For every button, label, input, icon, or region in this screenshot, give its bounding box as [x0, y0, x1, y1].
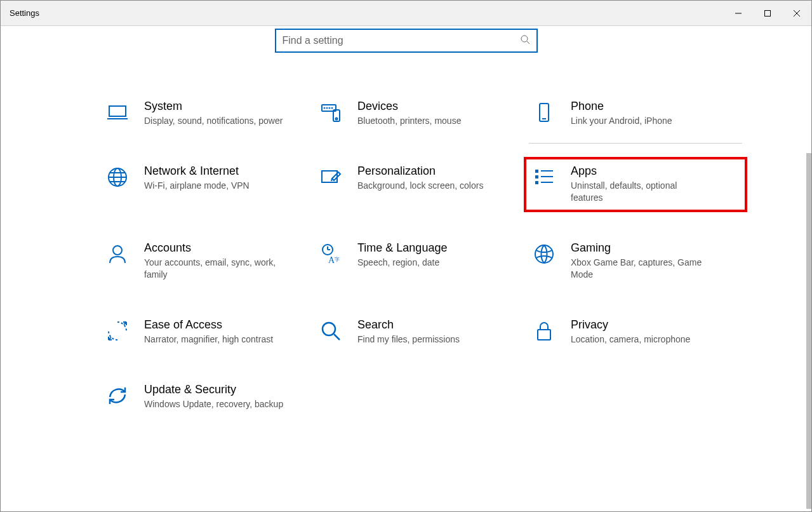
- apps-icon: [531, 165, 557, 190]
- svg-rect-6: [109, 106, 126, 116]
- personalization-icon: [318, 165, 343, 190]
- svg-point-30: [113, 246, 122, 255]
- tile-desc: Location, camera, microphone: [571, 333, 690, 346]
- privacy-icon: [531, 318, 557, 344]
- tile-update[interactable]: Update & Security Windows Update, recove…: [102, 381, 316, 414]
- tile-desc: Windows Update, recovery, backup: [144, 398, 283, 411]
- svg-text:字: 字: [335, 257, 340, 262]
- tile-title: System: [144, 100, 283, 113]
- tile-gaming[interactable]: Gaming Xbox Game Bar, captures, Game Mod…: [529, 239, 742, 284]
- search-wrap: [1, 29, 811, 53]
- svg-point-11: [329, 108, 330, 109]
- search-input[interactable]: [283, 35, 530, 46]
- tile-title: Network & Internet: [144, 165, 250, 178]
- tile-title: Personalization: [357, 165, 483, 178]
- scrollbar[interactable]: [806, 153, 811, 509]
- content-area: System Display, sound, notifications, po…: [1, 26, 811, 511]
- tile-title: Ease of Access: [144, 318, 273, 332]
- tile-title: Gaming: [571, 241, 710, 255]
- tile-privacy[interactable]: Privacy Location, camera, microphone: [529, 316, 742, 349]
- tile-desc: Narrator, magnifier, high contrast: [144, 333, 273, 346]
- tile-desc: Wi-Fi, airplane mode, VPN: [144, 180, 250, 192]
- tile-apps[interactable]: Apps Uninstall, defaults, optional featu…: [529, 162, 742, 207]
- titlebar: Settings: [1, 1, 811, 26]
- tile-title: Update & Security: [144, 383, 283, 396]
- tile-desc: Xbox Game Bar, captures, Game Mode: [571, 257, 710, 281]
- gaming-icon: [531, 241, 557, 267]
- network-icon: [105, 165, 130, 190]
- tile-desc: Uninstall, defaults, optional features: [571, 180, 710, 205]
- tile-desc: Speech, region, date: [357, 257, 447, 269]
- tile-desc: Your accounts, email, sync, work, family: [144, 257, 284, 281]
- svg-line-23: [331, 179, 332, 181]
- search-tile-icon: [318, 318, 343, 344]
- minimize-button[interactable]: [724, 1, 753, 25]
- tile-desc: Bluetooth, printers, mouse: [357, 115, 461, 128]
- tile-title: Time & Language: [357, 241, 447, 255]
- update-icon: [105, 383, 130, 408]
- tile-title: Devices: [357, 100, 461, 113]
- svg-rect-25: [535, 175, 538, 179]
- tile-time[interactable]: A字 Time & Language Speech, region, date: [316, 239, 529, 272]
- tile-title: Accounts: [144, 241, 284, 255]
- tile-title: Phone: [571, 100, 672, 113]
- tile-personalization[interactable]: Personalization Background, lock screen,…: [316, 162, 529, 195]
- window-controls: [724, 1, 811, 25]
- tile-title: Apps: [571, 165, 710, 178]
- search-box[interactable]: [275, 29, 538, 53]
- svg-rect-1: [765, 10, 771, 16]
- svg-point-14: [336, 118, 338, 120]
- phone-icon: [531, 100, 557, 125]
- tile-title: Privacy: [571, 318, 690, 332]
- close-button[interactable]: [782, 1, 811, 25]
- tile-ease[interactable]: Ease of Access Narrator, magnifier, high…: [102, 316, 316, 349]
- tile-accounts[interactable]: Accounts Your accounts, email, sync, wor…: [102, 239, 316, 284]
- tile-search[interactable]: Search Find my files, permissions: [316, 316, 529, 349]
- window-title: Settings: [10, 8, 39, 18]
- svg-rect-24: [535, 170, 538, 173]
- svg-line-5: [527, 41, 529, 44]
- svg-point-36: [535, 245, 553, 263]
- devices-icon: [318, 100, 343, 125]
- svg-line-38: [334, 334, 340, 340]
- tile-phone[interactable]: Phone Link your Android, iPhone: [529, 97, 742, 130]
- tile-desc: Display, sound, notifications, power: [144, 115, 283, 128]
- svg-point-4: [521, 36, 528, 42]
- maximize-button[interactable]: [753, 1, 782, 25]
- time-icon: A字: [318, 241, 343, 267]
- search-icon: [520, 34, 530, 47]
- tile-desc: Link your Android, iPhone: [571, 115, 672, 128]
- svg-point-12: [332, 108, 333, 109]
- system-icon: [105, 100, 130, 125]
- tile-desc: Background, lock screen, colors: [357, 180, 483, 192]
- ease-icon: [105, 318, 130, 344]
- settings-grid: System Display, sound, notifications, po…: [102, 97, 811, 413]
- svg-rect-26: [535, 181, 538, 184]
- accounts-icon: [105, 241, 130, 267]
- tile-network[interactable]: Network & Internet Wi-Fi, airplane mode,…: [102, 162, 316, 195]
- svg-point-37: [323, 323, 335, 335]
- tile-system[interactable]: System Display, sound, notifications, po…: [102, 97, 316, 130]
- svg-rect-39: [538, 330, 550, 340]
- tile-title: Search: [357, 318, 460, 332]
- tile-devices[interactable]: Devices Bluetooth, printers, mouse: [316, 97, 529, 130]
- svg-point-9: [324, 108, 325, 109]
- tile-desc: Find my files, permissions: [357, 333, 460, 346]
- svg-point-10: [327, 108, 328, 109]
